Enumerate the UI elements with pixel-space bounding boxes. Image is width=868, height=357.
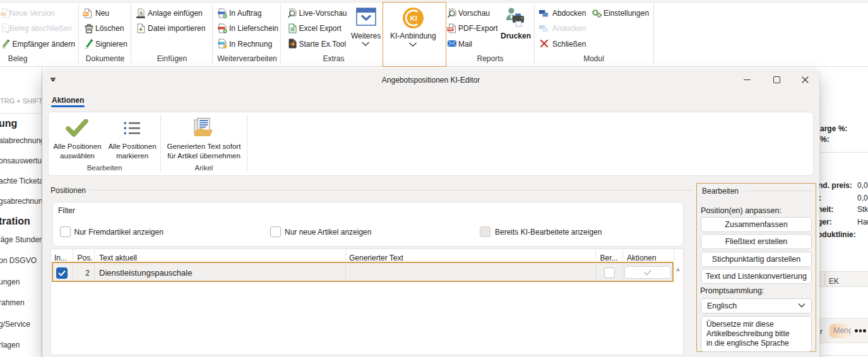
svg-text:NEU: NEU xyxy=(83,13,89,16)
svg-text:KI: KI xyxy=(410,15,417,22)
svg-text:PDF: PDF xyxy=(447,28,453,31)
